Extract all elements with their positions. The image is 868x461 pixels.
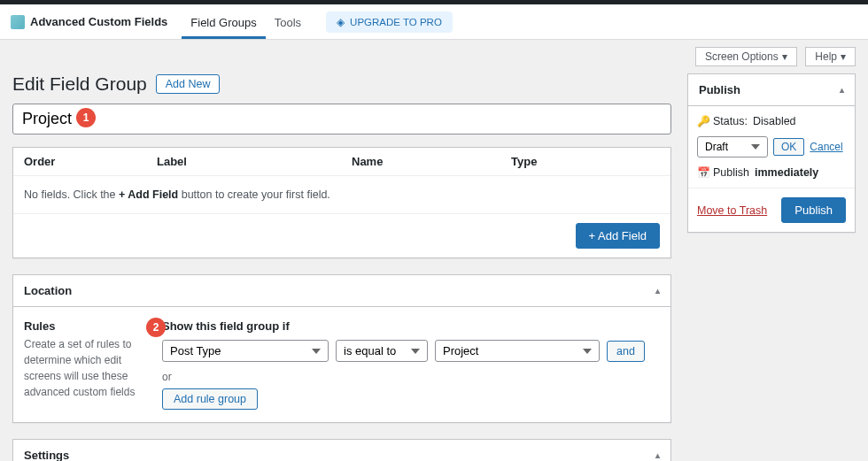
chevron-down-icon: ▾ [841,50,846,63]
diamond-icon: ◈ [337,16,345,28]
screen-options-button[interactable]: Screen Options ▾ [695,47,797,66]
col-label: Label [146,148,341,176]
status-cancel-link[interactable]: Cancel [810,141,842,153]
empty-bold: + Add Field [119,188,178,201]
location-title: Location [24,284,72,297]
status-select[interactable]: Draft [697,136,768,158]
and-button[interactable]: and [607,341,645,362]
rules-label-col: Rules Create a set of rules to determine… [24,319,148,410]
fields-toolbar: + Add Field [13,213,670,257]
schedule-value: immediately [755,166,818,179]
rule-operator-select[interactable]: is equal to [336,340,428,362]
status-label: Status: [713,115,748,127]
fields-postbox: Order Label Name Type No fields. Click t… [12,147,671,258]
calendar-icon: 📅 [697,166,708,179]
status-value: Disabled [753,115,796,127]
upgrade-to-pro-button[interactable]: ◈ UPGRADE TO PRO [326,12,453,33]
show-if-label: Show this field group if [162,319,660,333]
col-name: Name [341,148,500,176]
settings-postbox: Settings ▴ 3 Active Yes Show in REST API… [12,439,671,461]
rules-label: Rules [24,319,148,333]
help-button[interactable]: Help ▾ [805,47,856,66]
upgrade-label: UPGRADE TO PRO [350,17,442,27]
brand: Advanced Custom Fields [11,15,167,29]
status-row: 🔑 Status: Disabled [697,115,846,127]
publish-title: Publish [699,83,740,96]
or-label: or [162,371,660,383]
settings-title: Settings [24,449,69,461]
screen-meta-links: Screen Options ▾ Help ▾ [0,40,868,66]
col-order: Order [13,148,146,176]
status-edit-row: Draft OK Cancel [697,136,846,158]
settings-heading[interactable]: Settings ▴ [13,440,670,461]
callout-1: 1 [76,108,96,127]
rule-value-select[interactable]: Project [435,340,600,362]
empty-prefix: No fields. Click the [24,188,119,201]
acf-logo-icon [11,15,25,29]
publish-inner: 🔑 Status: Disabled Draft OK Cancel 📅 Pub… [688,106,855,179]
heading-row: Edit Field Group Add New [12,73,671,95]
publish-button[interactable]: Publish [781,197,846,223]
rules-desc: Create a set of rules to determine which… [24,336,148,400]
tab-field-groups[interactable]: Field Groups [182,5,265,39]
add-field-button[interactable]: + Add Field [576,223,660,249]
publish-heading[interactable]: Publish ▴ [688,74,855,106]
empty-suffix: button to create your first field. [178,188,330,201]
chevron-up-icon: ▴ [655,450,660,460]
tab-tools[interactable]: Tools [266,5,310,39]
empty-fields-row: No fields. Click the + Add Field button … [13,176,670,214]
location-inner: Rules Create a set of rules to determine… [13,307,670,422]
move-to-trash-link[interactable]: Move to Trash [697,204,767,217]
brand-label: Advanced Custom Fields [30,15,167,28]
schedule-row: 📅 Publish immediately [697,166,846,179]
location-postbox: Location ▴ Rules Create a set of rules t… [12,274,671,423]
publish-actions: Move to Trash Publish [688,188,855,232]
add-rule-group-button[interactable]: Add rule group [162,388,258,410]
rule-param-select[interactable]: Post Type [162,340,329,362]
status-ok-button[interactable]: OK [773,138,804,156]
acf-topbar: Advanced Custom Fields Field Groups Tool… [0,4,868,40]
schedule-prefix: Publish [713,166,749,179]
page-title: Edit Field Group [12,73,147,95]
title-wrap: 1 [12,104,671,147]
chevron-down-icon: ▾ [782,50,787,63]
location-heading[interactable]: Location ▴ [13,275,670,307]
key-icon: 🔑 [697,115,708,127]
rule-group: Post Type is equal to Project and [162,340,660,362]
rules-editor: 2 Show this field group if Post Type is … [162,319,660,410]
group-title-input[interactable] [12,104,671,134]
sidebar: Publish ▴ 🔑 Status: Disabled Draft OK Ca… [687,73,856,233]
main-column: Edit Field Group Add New 1 Order Label N… [12,73,671,461]
chevron-up-icon: ▴ [840,85,844,95]
fields-table: Order Label Name Type No fields. Click t… [13,148,670,213]
col-type: Type [500,148,670,176]
chevron-up-icon: ▴ [655,286,660,296]
callout-2: 2 [146,318,166,337]
add-new-button[interactable]: Add New [156,74,221,94]
content: Edit Field Group Add New 1 Order Label N… [0,66,868,461]
publish-postbox: Publish ▴ 🔑 Status: Disabled Draft OK Ca… [687,73,856,233]
fields-header-row: Order Label Name Type [13,148,670,176]
